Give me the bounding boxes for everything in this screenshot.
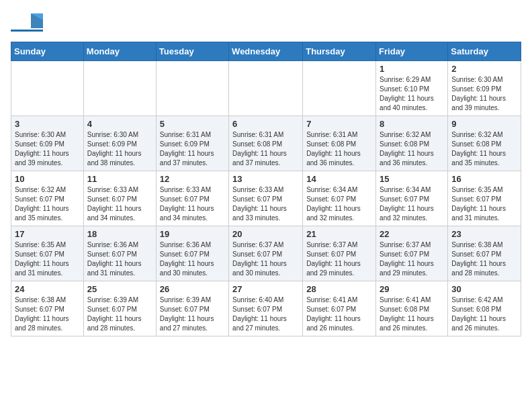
day-info: Sunrise: 6:42 AM Sunset: 6:08 PM Dayligh… bbox=[451, 295, 517, 333]
calendar-cell: 25Sunrise: 6:39 AM Sunset: 6:07 PM Dayli… bbox=[83, 281, 156, 336]
day-number: 12 bbox=[160, 174, 225, 184]
calendar-cell: 20Sunrise: 6:37 AM Sunset: 6:07 PM Dayli… bbox=[229, 226, 303, 281]
calendar-cell: 19Sunrise: 6:36 AM Sunset: 6:07 PM Dayli… bbox=[156, 226, 228, 281]
day-info: Sunrise: 6:33 AM Sunset: 6:07 PM Dayligh… bbox=[87, 185, 152, 223]
day-number: 22 bbox=[380, 229, 444, 239]
header-friday: Friday bbox=[376, 42, 448, 61]
page-header bbox=[11, 11, 521, 35]
day-info: Sunrise: 6:38 AM Sunset: 6:07 PM Dayligh… bbox=[15, 295, 80, 333]
day-number: 15 bbox=[380, 174, 444, 184]
day-number: 4 bbox=[87, 119, 152, 129]
calendar-cell: 23Sunrise: 6:38 AM Sunset: 6:07 PM Dayli… bbox=[448, 226, 521, 281]
day-info: Sunrise: 6:36 AM Sunset: 6:07 PM Dayligh… bbox=[87, 240, 152, 278]
day-number: 10 bbox=[15, 174, 80, 184]
header-saturday: Saturday bbox=[448, 42, 521, 61]
day-info: Sunrise: 6:34 AM Sunset: 6:07 PM Dayligh… bbox=[306, 185, 372, 223]
calendar-cell: 15Sunrise: 6:34 AM Sunset: 6:07 PM Dayli… bbox=[376, 171, 448, 226]
header-wednesday: Wednesday bbox=[229, 42, 303, 61]
calendar-cell: 30Sunrise: 6:42 AM Sunset: 6:08 PM Dayli… bbox=[448, 281, 521, 336]
calendar-cell: 22Sunrise: 6:37 AM Sunset: 6:07 PM Dayli… bbox=[376, 226, 448, 281]
day-info: Sunrise: 6:37 AM Sunset: 6:07 PM Dayligh… bbox=[380, 240, 444, 278]
day-number: 18 bbox=[87, 229, 152, 239]
day-info: Sunrise: 6:30 AM Sunset: 6:09 PM Dayligh… bbox=[451, 75, 517, 113]
day-number: 24 bbox=[15, 284, 80, 294]
day-info: Sunrise: 6:29 AM Sunset: 6:10 PM Dayligh… bbox=[380, 75, 444, 113]
calendar-cell: 26Sunrise: 6:39 AM Sunset: 6:07 PM Dayli… bbox=[156, 281, 228, 336]
day-number: 26 bbox=[160, 284, 225, 294]
calendar-header-row: SundayMondayTuesdayWednesdayThursdayFrid… bbox=[11, 42, 521, 61]
day-number: 19 bbox=[160, 229, 225, 239]
day-number: 7 bbox=[306, 119, 372, 129]
day-info: Sunrise: 6:32 AM Sunset: 6:08 PM Dayligh… bbox=[380, 130, 444, 168]
logo bbox=[11, 11, 46, 35]
day-info: Sunrise: 6:33 AM Sunset: 6:07 PM Dayligh… bbox=[160, 185, 225, 223]
calendar-cell: 2Sunrise: 6:30 AM Sunset: 6:09 PM Daylig… bbox=[448, 61, 521, 116]
day-number: 21 bbox=[306, 229, 372, 239]
calendar-cell: 17Sunrise: 6:35 AM Sunset: 6:07 PM Dayli… bbox=[11, 226, 84, 281]
day-number: 16 bbox=[451, 174, 517, 184]
header-tuesday: Tuesday bbox=[156, 42, 228, 61]
day-info: Sunrise: 6:35 AM Sunset: 6:07 PM Dayligh… bbox=[451, 185, 517, 223]
calendar-cell: 7Sunrise: 6:31 AM Sunset: 6:08 PM Daylig… bbox=[303, 116, 376, 171]
calendar-table: SundayMondayTuesdayWednesdayThursdayFrid… bbox=[11, 42, 521, 336]
day-number: 23 bbox=[451, 229, 517, 239]
day-info: Sunrise: 6:40 AM Sunset: 6:07 PM Dayligh… bbox=[232, 295, 299, 333]
day-number: 5 bbox=[160, 119, 225, 129]
calendar-week-row: 1Sunrise: 6:29 AM Sunset: 6:10 PM Daylig… bbox=[11, 61, 521, 116]
calendar-cell bbox=[229, 61, 303, 116]
day-info: Sunrise: 6:34 AM Sunset: 6:07 PM Dayligh… bbox=[380, 185, 444, 223]
svg-rect-0 bbox=[11, 30, 43, 32]
day-number: 3 bbox=[15, 119, 80, 129]
header-thursday: Thursday bbox=[303, 42, 376, 61]
calendar-cell bbox=[83, 61, 156, 116]
calendar-cell: 6Sunrise: 6:31 AM Sunset: 6:08 PM Daylig… bbox=[229, 116, 303, 171]
day-info: Sunrise: 6:38 AM Sunset: 6:07 PM Dayligh… bbox=[451, 240, 517, 278]
day-info: Sunrise: 6:39 AM Sunset: 6:07 PM Dayligh… bbox=[160, 295, 225, 333]
calendar-week-row: 24Sunrise: 6:38 AM Sunset: 6:07 PM Dayli… bbox=[11, 281, 521, 336]
calendar-cell bbox=[156, 61, 228, 116]
calendar-cell: 16Sunrise: 6:35 AM Sunset: 6:07 PM Dayli… bbox=[448, 171, 521, 226]
calendar-cell: 21Sunrise: 6:37 AM Sunset: 6:07 PM Dayli… bbox=[303, 226, 376, 281]
calendar-cell: 8Sunrise: 6:32 AM Sunset: 6:08 PM Daylig… bbox=[376, 116, 448, 171]
calendar-cell: 11Sunrise: 6:33 AM Sunset: 6:07 PM Dayli… bbox=[83, 171, 156, 226]
day-info: Sunrise: 6:32 AM Sunset: 6:07 PM Dayligh… bbox=[15, 185, 80, 223]
day-number: 20 bbox=[232, 229, 299, 239]
calendar-cell: 9Sunrise: 6:32 AM Sunset: 6:08 PM Daylig… bbox=[448, 116, 521, 171]
day-number: 28 bbox=[306, 284, 372, 294]
calendar-cell: 1Sunrise: 6:29 AM Sunset: 6:10 PM Daylig… bbox=[376, 61, 448, 116]
calendar-cell: 3Sunrise: 6:30 AM Sunset: 6:09 PM Daylig… bbox=[11, 116, 84, 171]
day-number: 11 bbox=[87, 174, 152, 184]
day-info: Sunrise: 6:39 AM Sunset: 6:07 PM Dayligh… bbox=[87, 295, 152, 333]
calendar-cell: 29Sunrise: 6:41 AM Sunset: 6:08 PM Dayli… bbox=[376, 281, 448, 336]
day-number: 14 bbox=[306, 174, 372, 184]
day-info: Sunrise: 6:37 AM Sunset: 6:07 PM Dayligh… bbox=[232, 240, 299, 278]
day-number: 1 bbox=[380, 64, 444, 74]
calendar-cell: 4Sunrise: 6:30 AM Sunset: 6:09 PM Daylig… bbox=[83, 116, 156, 171]
day-number: 9 bbox=[451, 119, 517, 129]
day-info: Sunrise: 6:30 AM Sunset: 6:09 PM Dayligh… bbox=[15, 130, 80, 168]
day-info: Sunrise: 6:41 AM Sunset: 6:07 PM Dayligh… bbox=[306, 295, 372, 333]
calendar-cell: 10Sunrise: 6:32 AM Sunset: 6:07 PM Dayli… bbox=[11, 171, 84, 226]
calendar-week-row: 3Sunrise: 6:30 AM Sunset: 6:09 PM Daylig… bbox=[11, 116, 521, 171]
day-info: Sunrise: 6:36 AM Sunset: 6:07 PM Dayligh… bbox=[160, 240, 225, 278]
calendar-cell: 13Sunrise: 6:33 AM Sunset: 6:07 PM Dayli… bbox=[229, 171, 303, 226]
day-info: Sunrise: 6:31 AM Sunset: 6:09 PM Dayligh… bbox=[160, 130, 225, 168]
day-number: 30 bbox=[451, 284, 517, 294]
day-info: Sunrise: 6:32 AM Sunset: 6:08 PM Dayligh… bbox=[451, 130, 517, 168]
calendar-cell: 18Sunrise: 6:36 AM Sunset: 6:07 PM Dayli… bbox=[83, 226, 156, 281]
day-info: Sunrise: 6:31 AM Sunset: 6:08 PM Dayligh… bbox=[232, 130, 299, 168]
day-number: 27 bbox=[232, 284, 299, 294]
day-number: 25 bbox=[87, 284, 152, 294]
calendar-week-row: 10Sunrise: 6:32 AM Sunset: 6:07 PM Dayli… bbox=[11, 171, 521, 226]
calendar-cell: 5Sunrise: 6:31 AM Sunset: 6:09 PM Daylig… bbox=[156, 116, 228, 171]
day-info: Sunrise: 6:35 AM Sunset: 6:07 PM Dayligh… bbox=[15, 240, 80, 278]
day-number: 17 bbox=[15, 229, 80, 239]
calendar-cell: 27Sunrise: 6:40 AM Sunset: 6:07 PM Dayli… bbox=[229, 281, 303, 336]
day-number: 29 bbox=[380, 284, 444, 294]
day-number: 8 bbox=[380, 119, 444, 129]
calendar-cell: 12Sunrise: 6:33 AM Sunset: 6:07 PM Dayli… bbox=[156, 171, 228, 226]
header-monday: Monday bbox=[83, 42, 156, 61]
header-sunday: Sunday bbox=[11, 42, 84, 61]
calendar-cell: 14Sunrise: 6:34 AM Sunset: 6:07 PM Dayli… bbox=[303, 171, 376, 226]
calendar-cell bbox=[11, 61, 84, 116]
